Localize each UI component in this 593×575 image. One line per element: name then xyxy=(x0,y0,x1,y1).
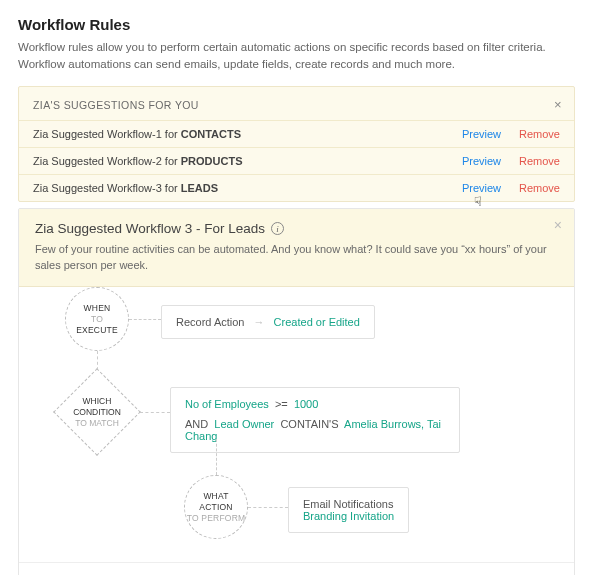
close-icon[interactable]: × xyxy=(554,217,562,233)
remove-link[interactable]: Remove xyxy=(519,182,560,194)
suggestion-prefix: Zia Suggested Workflow-3 for xyxy=(33,182,181,194)
action-template: Branding Invitation xyxy=(303,510,394,522)
zia-suggestions-heading: ZIA'S SUGGESTIONS FOR YOU xyxy=(33,99,199,111)
condition-card: No of Employees >= 1000 AND Lead Owner C… xyxy=(170,387,460,453)
remove-link[interactable]: Remove xyxy=(519,155,560,167)
detail-title: Zia Suggested Workflow 3 - For Leads xyxy=(35,221,265,236)
suggestion-module: LEADS xyxy=(181,182,218,194)
preview-link[interactable]: Preview xyxy=(462,128,501,140)
condition-value: 1000 xyxy=(294,398,318,410)
preview-link[interactable]: Preview xyxy=(462,155,501,167)
zia-suggestion-row: Zia Suggested Workflow-2 for PRODUCTS Pr… xyxy=(19,147,574,174)
suggestion-module: PRODUCTS xyxy=(181,155,243,167)
suggestion-module: CONTACTS xyxy=(181,128,241,140)
condition-op: CONTAIN'S xyxy=(280,418,338,430)
workflow-detail-panel: Zia Suggested Workflow 3 - For Leads i F… xyxy=(18,208,575,575)
arrow-right-icon: → xyxy=(254,316,265,328)
when-value: Created or Edited xyxy=(274,316,360,328)
node-when: WHEN TO EXECUTE xyxy=(65,287,129,351)
pointer-cursor-icon: ☟ xyxy=(474,194,482,209)
condition-field: Lead Owner xyxy=(214,418,274,430)
remove-link[interactable]: Remove xyxy=(519,128,560,140)
preview-link[interactable]: Preview ☟ xyxy=(462,182,501,194)
page-description: Workflow rules allow you to perform cert… xyxy=(18,39,575,72)
detail-subtitle: Few of your routine activities can be au… xyxy=(35,242,558,274)
action-card: Email Notifications Branding Invitation xyxy=(288,487,409,533)
workflow-flow-diagram: WHEN TO EXECUTE Record Action → Created … xyxy=(19,287,574,562)
info-icon[interactable]: i xyxy=(271,222,284,235)
condition-conj: AND xyxy=(185,418,208,430)
node-which: WHICH CONDITION TO MATCH xyxy=(66,381,128,443)
suggestion-prefix: Zia Suggested Workflow-1 for xyxy=(33,128,181,140)
zia-suggestion-row: Zia Suggested Workflow-1 for CONTACTS Pr… xyxy=(19,120,574,147)
node-what: WHAT ACTION TO PERFORM xyxy=(184,475,248,539)
condition-op: >= xyxy=(275,398,288,410)
suggestion-prefix: Zia Suggested Workflow-2 for xyxy=(33,155,181,167)
close-icon[interactable]: × xyxy=(554,97,562,112)
condition-field: No of Employees xyxy=(185,398,269,410)
when-label: Record Action xyxy=(176,316,244,328)
zia-suggestions-panel: ZIA'S SUGGESTIONS FOR YOU × Zia Suggeste… xyxy=(18,86,575,202)
page-title: Workflow Rules xyxy=(18,16,575,33)
zia-suggestion-row: Zia Suggested Workflow-3 for LEADS Previ… xyxy=(19,174,574,201)
when-card: Record Action → Created or Edited xyxy=(161,305,375,339)
action-type: Email Notifications xyxy=(303,498,394,510)
